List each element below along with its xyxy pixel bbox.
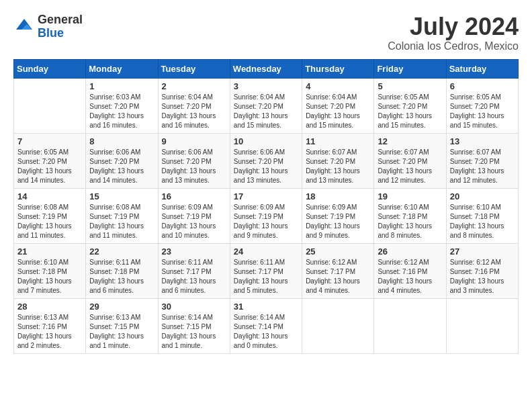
calendar-day-cell (374, 298, 446, 353)
day-info: Sunrise: 6:09 AM Sunset: 7:19 PM Dayligh… (234, 203, 298, 240)
day-info: Sunrise: 6:10 AM Sunset: 7:18 PM Dayligh… (17, 258, 82, 295)
day-info: Sunrise: 6:05 AM Sunset: 7:20 PM Dayligh… (450, 93, 515, 130)
day-number: 30 (162, 302, 226, 312)
day-info: Sunrise: 6:12 AM Sunset: 7:17 PM Dayligh… (306, 258, 370, 295)
day-number: 7 (17, 136, 82, 146)
calendar-header-row: SundayMondayTuesdayWednesdayThursdayFrid… (14, 59, 519, 78)
day-info: Sunrise: 6:08 AM Sunset: 7:19 PM Dayligh… (89, 203, 154, 240)
calendar-day-cell: 14Sunrise: 6:08 AM Sunset: 7:19 PM Dayli… (14, 188, 86, 243)
day-info: Sunrise: 6:07 AM Sunset: 7:20 PM Dayligh… (450, 148, 515, 185)
calendar-day-cell: 1Sunrise: 6:03 AM Sunset: 7:20 PM Daylig… (86, 78, 158, 133)
calendar-day-cell: 3Sunrise: 6:04 AM Sunset: 7:20 PM Daylig… (230, 78, 302, 133)
calendar-day-cell: 25Sunrise: 6:12 AM Sunset: 7:17 PM Dayli… (302, 243, 374, 298)
calendar-day-cell (446, 298, 518, 353)
calendar-day-cell: 10Sunrise: 6:06 AM Sunset: 7:20 PM Dayli… (230, 133, 302, 188)
calendar-day-cell: 30Sunrise: 6:14 AM Sunset: 7:15 PM Dayli… (158, 298, 230, 353)
day-info: Sunrise: 6:06 AM Sunset: 7:20 PM Dayligh… (162, 148, 226, 185)
day-info: Sunrise: 6:04 AM Sunset: 7:20 PM Dayligh… (234, 93, 298, 130)
calendar-header-saturday: Saturday (446, 59, 518, 78)
day-info: Sunrise: 6:10 AM Sunset: 7:18 PM Dayligh… (378, 203, 442, 240)
day-number: 31 (234, 302, 298, 312)
day-number: 4 (306, 81, 370, 91)
day-number: 24 (234, 246, 298, 257)
day-info: Sunrise: 6:06 AM Sunset: 7:20 PM Dayligh… (89, 148, 154, 185)
day-info: Sunrise: 6:07 AM Sunset: 7:20 PM Dayligh… (378, 148, 442, 185)
day-number: 3 (234, 81, 298, 91)
day-info: Sunrise: 6:14 AM Sunset: 7:14 PM Dayligh… (234, 313, 298, 351)
day-info: Sunrise: 6:09 AM Sunset: 7:19 PM Dayligh… (306, 203, 370, 240)
day-number: 22 (89, 246, 154, 257)
calendar-day-cell: 20Sunrise: 6:10 AM Sunset: 7:18 PM Dayli… (446, 188, 518, 243)
calendar-day-cell: 9Sunrise: 6:06 AM Sunset: 7:20 PM Daylig… (158, 133, 230, 188)
logo-general-text: General (38, 13, 83, 26)
day-info: Sunrise: 6:13 AM Sunset: 7:15 PM Dayligh… (89, 313, 154, 351)
day-info: Sunrise: 6:12 AM Sunset: 7:16 PM Dayligh… (450, 258, 515, 295)
day-number: 10 (234, 136, 298, 146)
day-number: 16 (162, 191, 226, 201)
calendar-week-row: 28Sunrise: 6:13 AM Sunset: 7:16 PM Dayli… (14, 298, 519, 353)
calendar-day-cell: 16Sunrise: 6:09 AM Sunset: 7:19 PM Dayli… (158, 188, 230, 243)
calendar-header-monday: Monday (86, 59, 158, 78)
calendar-day-cell: 26Sunrise: 6:12 AM Sunset: 7:16 PM Dayli… (374, 243, 446, 298)
calendar-week-row: 21Sunrise: 6:10 AM Sunset: 7:18 PM Dayli… (14, 243, 519, 298)
calendar-day-cell: 5Sunrise: 6:05 AM Sunset: 7:20 PM Daylig… (374, 78, 446, 133)
day-number: 1 (89, 81, 154, 91)
calendar-table: SundayMondayTuesdayWednesdayThursdayFrid… (13, 59, 519, 354)
day-info: Sunrise: 6:08 AM Sunset: 7:19 PM Dayligh… (17, 203, 82, 240)
calendar-day-cell: 28Sunrise: 6:13 AM Sunset: 7:16 PM Dayli… (14, 298, 86, 353)
calendar-day-cell: 29Sunrise: 6:13 AM Sunset: 7:15 PM Dayli… (86, 298, 158, 353)
calendar-day-cell: 22Sunrise: 6:11 AM Sunset: 7:18 PM Dayli… (86, 243, 158, 298)
calendar-day-cell: 19Sunrise: 6:10 AM Sunset: 7:18 PM Dayli… (374, 188, 446, 243)
day-number: 8 (89, 136, 154, 146)
calendar-day-cell: 31Sunrise: 6:14 AM Sunset: 7:14 PM Dayli… (230, 298, 302, 353)
calendar-day-cell: 27Sunrise: 6:12 AM Sunset: 7:16 PM Dayli… (446, 243, 518, 298)
location-subtitle: Colonia los Cedros, Mexico (388, 40, 519, 52)
calendar-day-cell: 23Sunrise: 6:11 AM Sunset: 7:17 PM Dayli… (158, 243, 230, 298)
calendar-day-cell: 11Sunrise: 6:07 AM Sunset: 7:20 PM Dayli… (302, 133, 374, 188)
day-info: Sunrise: 6:11 AM Sunset: 7:18 PM Dayligh… (89, 258, 154, 295)
calendar-day-cell: 7Sunrise: 6:05 AM Sunset: 7:20 PM Daylig… (14, 133, 86, 188)
calendar-day-cell: 8Sunrise: 6:06 AM Sunset: 7:20 PM Daylig… (86, 133, 158, 188)
day-info: Sunrise: 6:04 AM Sunset: 7:20 PM Dayligh… (162, 93, 226, 130)
day-number: 6 (450, 81, 515, 91)
day-number: 27 (450, 246, 515, 257)
day-number: 26 (378, 246, 442, 257)
calendar-header-tuesday: Tuesday (158, 59, 230, 78)
logo: General Blue (13, 13, 83, 40)
day-number: 19 (378, 191, 442, 201)
day-info: Sunrise: 6:11 AM Sunset: 7:17 PM Dayligh… (162, 258, 226, 295)
day-number: 2 (162, 81, 226, 91)
day-number: 14 (17, 191, 82, 201)
day-number: 21 (17, 246, 82, 257)
calendar-day-cell: 4Sunrise: 6:04 AM Sunset: 7:20 PM Daylig… (302, 78, 374, 133)
day-info: Sunrise: 6:05 AM Sunset: 7:20 PM Dayligh… (378, 93, 442, 130)
calendar-day-cell: 17Sunrise: 6:09 AM Sunset: 7:19 PM Dayli… (230, 188, 302, 243)
day-number: 13 (450, 136, 515, 146)
day-number: 15 (89, 191, 154, 201)
calendar-day-cell: 21Sunrise: 6:10 AM Sunset: 7:18 PM Dayli… (14, 243, 86, 298)
calendar-header-friday: Friday (374, 59, 446, 78)
calendar-day-cell: 13Sunrise: 6:07 AM Sunset: 7:20 PM Dayli… (446, 133, 518, 188)
day-info: Sunrise: 6:07 AM Sunset: 7:20 PM Dayligh… (306, 148, 370, 185)
calendar-header-sunday: Sunday (14, 59, 86, 78)
calendar-header-thursday: Thursday (302, 59, 374, 78)
day-number: 20 (450, 191, 515, 201)
day-number: 9 (162, 136, 226, 146)
calendar-week-row: 7Sunrise: 6:05 AM Sunset: 7:20 PM Daylig… (14, 133, 519, 188)
day-number: 25 (306, 246, 370, 257)
day-number: 23 (162, 246, 226, 257)
day-info: Sunrise: 6:13 AM Sunset: 7:16 PM Dayligh… (17, 313, 82, 351)
day-info: Sunrise: 6:04 AM Sunset: 7:20 PM Dayligh… (306, 93, 370, 130)
calendar-day-cell: 12Sunrise: 6:07 AM Sunset: 7:20 PM Dayli… (374, 133, 446, 188)
title-block: July 2024 Colonia los Cedros, Mexico (388, 13, 519, 52)
day-number: 11 (306, 136, 370, 146)
day-info: Sunrise: 6:06 AM Sunset: 7:20 PM Dayligh… (234, 148, 298, 185)
calendar-day-cell (14, 78, 86, 133)
calendar-day-cell: 6Sunrise: 6:05 AM Sunset: 7:20 PM Daylig… (446, 78, 518, 133)
calendar-week-row: 14Sunrise: 6:08 AM Sunset: 7:19 PM Dayli… (14, 188, 519, 243)
day-info: Sunrise: 6:05 AM Sunset: 7:20 PM Dayligh… (17, 148, 82, 185)
logo-blue-text: Blue (38, 26, 64, 40)
calendar-day-cell (302, 298, 374, 353)
month-title: July 2024 (388, 13, 519, 40)
day-number: 17 (234, 191, 298, 201)
